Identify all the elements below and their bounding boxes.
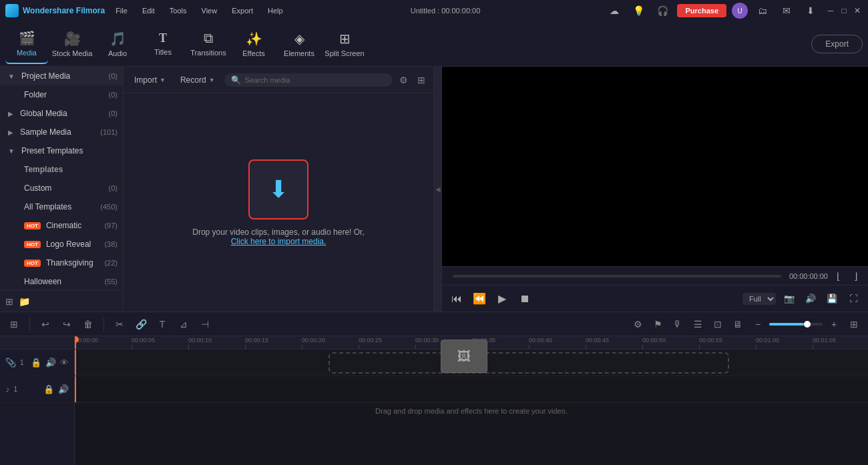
sidebar-count-folder: (0)	[109, 91, 118, 99]
save-frame-icon[interactable]: 💾	[823, 290, 841, 308]
zoom-in-button[interactable]: +	[825, 316, 843, 333]
menu-tools[interactable]: Tools	[167, 5, 190, 16]
step-back-button[interactable]: ⏪	[470, 290, 489, 308]
zoom-slider[interactable]	[769, 323, 823, 326]
folder-icon[interactable]: 📁	[19, 296, 30, 307]
sidebar-count-cinematic: (97)	[104, 221, 118, 229]
import-link[interactable]: Click here to import media.	[231, 237, 327, 246]
skip-back-button[interactable]: ⏮	[447, 290, 466, 308]
menu-export[interactable]: Export	[229, 5, 256, 16]
grid-icon[interactable]: ⊞	[5, 296, 13, 307]
toolbar-elements[interactable]: ◈ Elements	[278, 24, 320, 64]
purchase-button[interactable]: Purchase	[677, 4, 726, 17]
play-button[interactable]: ▶	[493, 290, 511, 308]
lock-icon-video[interactable]: 🔒	[31, 358, 41, 368]
timeline-content: 00:00:00 00:00:05 00:00:10 00:00:15 00:0…	[75, 336, 868, 465]
cloud2-icon[interactable]: 🗂	[753, 1, 772, 20]
maximize-button[interactable]: □	[839, 5, 849, 16]
sidebar-item-thanksgiving[interactable]: HOT Thanksgiving (22)	[19, 254, 123, 272]
search-input[interactable]	[245, 76, 386, 84]
toolbar-audio[interactable]: 🎵 Audio	[96, 24, 139, 64]
zoom-out-button[interactable]: −	[749, 316, 767, 333]
tl-marker-icon[interactable]: ⚑	[649, 316, 666, 333]
undo-button[interactable]: ↩	[37, 316, 54, 333]
cut-button[interactable]: ✂	[111, 316, 128, 333]
minimize-button[interactable]: ─	[825, 5, 836, 16]
menu-file[interactable]: File	[113, 5, 130, 16]
bell-icon[interactable]: ✉	[777, 1, 796, 20]
toolbar-stock[interactable]: 🎥 Stock Media	[51, 24, 93, 64]
toolbar-split[interactable]: ⊞ Split Screen	[323, 24, 366, 64]
tl-track-mgmt-icon[interactable]: ☰	[689, 316, 706, 333]
eye-icon-video[interactable]: 👁	[60, 358, 69, 368]
sidebar-item-halloween[interactable]: Halloween (55)	[19, 272, 123, 290]
ghost-image-icon: 🖼	[457, 349, 471, 364]
panel-collapse-toggle[interactable]: ◀	[434, 67, 442, 312]
search-bar[interactable]: 🔍	[224, 73, 393, 87]
menu-edit[interactable]: Edit	[140, 5, 158, 16]
tl-screen-icon[interactable]: 🖥	[729, 316, 746, 333]
sidebar-item-sample-media[interactable]: ▶ Sample Media (101)	[0, 123, 123, 141]
sidebar-item-custom[interactable]: Custom (0)	[19, 179, 123, 197]
stop-button[interactable]: ⏹	[515, 290, 534, 308]
volume-icon[interactable]: 🔊	[801, 290, 820, 308]
sidebar-item-logo-reveal[interactable]: HOT Logo Reveal (38)	[19, 235, 123, 254]
timeline-right-controls: ⚙ ⚑ 🎙 ☰ ⊡ 🖥 − + ⊞	[629, 316, 863, 333]
bracket-in-icon[interactable]: ⌊	[831, 269, 845, 284]
tl-voiceover-icon[interactable]: 🎙	[669, 316, 686, 333]
toolbar-titles[interactable]: T Titles	[142, 24, 184, 64]
tl-pip-icon[interactable]: ⊡	[709, 316, 726, 333]
multi-trim-button[interactable]: ⊣	[196, 316, 214, 333]
export-button[interactable]: Export	[811, 35, 863, 53]
headset-icon[interactable]: 🎧	[653, 1, 672, 20]
download-to-box-icon: ⬇	[268, 175, 288, 203]
tl-snap-icon[interactable]: ⚙	[629, 316, 646, 333]
text-button[interactable]: T	[154, 316, 171, 333]
zoom-fit-button[interactable]: ⊞	[845, 316, 863, 333]
sidebar-item-templates-header[interactable]: Templates	[19, 160, 123, 179]
drop-text: Drop your video clips, images, or audio …	[192, 227, 364, 246]
video-drop-hint[interactable]	[329, 352, 729, 374]
toolbar-audio-label: Audio	[108, 49, 127, 57]
sidebar-item-project-media[interactable]: ▼ Project Media (0)	[0, 67, 123, 85]
adjust-button[interactable]: ⊿	[175, 316, 192, 333]
zoom-thumb[interactable]	[804, 321, 811, 328]
preview-progress-track[interactable]	[453, 275, 781, 278]
import-button[interactable]: Import ▼	[129, 73, 171, 87]
avatar[interactable]: U	[732, 3, 748, 19]
redo-button[interactable]: ↪	[58, 316, 75, 333]
link-button[interactable]: 🔗	[132, 316, 150, 333]
download-icon[interactable]: ⬇	[801, 1, 820, 20]
fullscreen-icon[interactable]: ⛶	[844, 290, 863, 308]
menu-help[interactable]: Help	[265, 5, 286, 16]
playhead[interactable]	[75, 336, 76, 349]
record-button[interactable]: Record ▼	[175, 73, 220, 87]
light-icon[interactable]: 💡	[629, 1, 648, 20]
bracket-out-icon[interactable]: ⌋	[848, 269, 863, 284]
lock-icon-audio[interactable]: 🔒	[43, 384, 54, 394]
sidebar-item-all-templates[interactable]: All Templates (450)	[19, 197, 123, 216]
toolbar-media[interactable]: 🎬 Media	[5, 24, 48, 64]
volume-icon-video[interactable]: 🔊	[45, 358, 56, 368]
drop-box[interactable]: ⬇	[248, 159, 308, 219]
collapse-arrow-sample: ▶	[8, 129, 13, 136]
sidebar-item-folder[interactable]: Folder (0)	[19, 85, 123, 104]
close-button[interactable]: ✕	[852, 5, 863, 16]
toolbar-effects[interactable]: ✨ Effects	[232, 24, 275, 64]
snapshot-icon[interactable]: 📷	[780, 290, 799, 308]
grid-view-icon[interactable]: ⊞	[415, 73, 428, 87]
volume-icon-audio[interactable]: 🔊	[58, 384, 69, 394]
collapse-arrow-project: ▼	[8, 73, 15, 80]
ruler-mark-3: 00:00:15	[245, 337, 302, 349]
tl-mode-icon[interactable]: ⊞	[5, 316, 23, 333]
quality-select[interactable]: Full	[742, 293, 776, 305]
menu-view[interactable]: View	[199, 5, 220, 16]
cloud-icon[interactable]: ☁	[605, 1, 624, 20]
toolbar-transitions[interactable]: ⧉ Transitions	[187, 24, 230, 64]
sidebar-item-global-media[interactable]: ▶ Global Media (0)	[0, 104, 123, 123]
filter-icon[interactable]: ⚙	[397, 73, 411, 87]
media-panel: Import ▼ Record ▼ 🔍 ⚙ ⊞ ⬇ Drop your vide…	[124, 67, 434, 312]
delete-button[interactable]: 🗑	[79, 316, 97, 333]
sidebar-item-cinematic[interactable]: HOT Cinematic (97)	[19, 216, 123, 235]
sidebar-item-preset-templates[interactable]: ▼ Preset Templates	[0, 141, 123, 160]
